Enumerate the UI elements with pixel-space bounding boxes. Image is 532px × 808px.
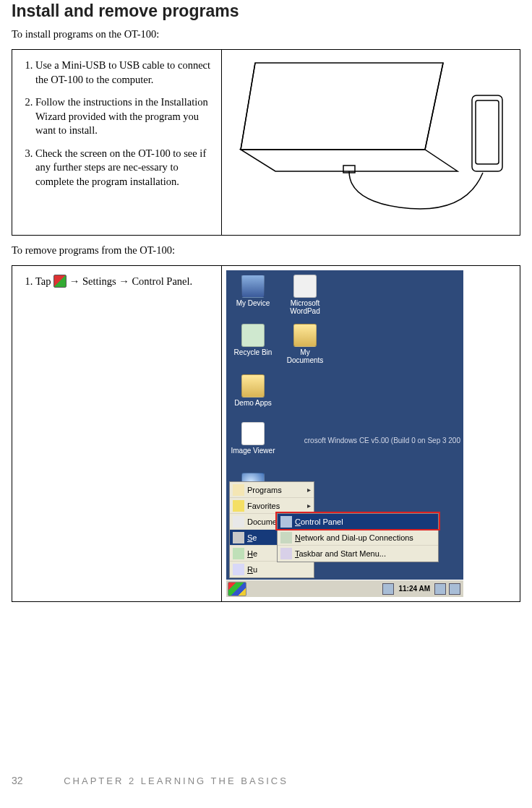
startmenu-run[interactable]: Ru <box>230 562 314 577</box>
system-tray: 11:24 AM <box>382 583 463 595</box>
desktop-icon-label: Recycle Bin <box>231 348 275 356</box>
desktop-icon-label: Microsoft WordPad <box>283 299 327 315</box>
device-icon <box>241 275 265 298</box>
build-text: crosoft Windows CE v5.00 (Build 0 on Sep… <box>304 437 460 444</box>
tray-icon[interactable] <box>449 583 460 595</box>
chevron-right-icon: ▸ <box>307 486 311 494</box>
startmenu-label: Programs <box>247 486 282 494</box>
desktop-icon-wordpad[interactable]: Microsoft WordPad <box>283 275 327 315</box>
help-icon <box>233 548 244 559</box>
svg-rect-4 <box>472 95 502 171</box>
submenu-network[interactable]: Network and Dial-up Connections <box>278 530 438 546</box>
remove-step-prefix: Tap <box>35 275 53 287</box>
startmenu-label: He <box>247 549 257 558</box>
startmenu-programs[interactable]: Programs ▸ <box>230 482 314 498</box>
submenu-label: Taskbar and Start Menu... <box>295 549 386 558</box>
section-heading: Install and remove programs <box>12 1 520 21</box>
folder-icon <box>293 324 317 347</box>
install-step-2: Follow the instructions in the Installat… <box>35 95 213 138</box>
desktop-icon-label: My Documents <box>283 348 327 364</box>
laptop-device-illustration <box>233 56 508 229</box>
startmenu-label: Ru <box>247 565 257 574</box>
desktop-icon-label: Demo Apps <box>231 399 275 407</box>
desktop-icon-my-device[interactable]: My Device <box>231 275 275 307</box>
install-step-1: Use a Mini-USB to USB cable to connect t… <box>35 59 213 87</box>
svg-marker-0 <box>241 63 443 150</box>
remove-intro: To remove programs from the OT-100: <box>12 244 520 257</box>
chevron-right-icon: ▸ <box>307 502 311 510</box>
svg-line-3 <box>425 63 443 150</box>
clock: 11:24 AM <box>397 585 432 593</box>
remove-step-suffix: → Settings → Control Panel. <box>66 275 192 287</box>
settings-icon <box>233 532 244 543</box>
page-number: 32 <box>12 775 23 786</box>
submenu-label: Network and Dial-up Connections <box>295 533 413 542</box>
folder-icon <box>241 374 265 397</box>
wince-desktop: My Device Microsoft WordPad Recycle Bin … <box>226 270 463 597</box>
startmenu-label: Se <box>247 533 257 542</box>
install-steps-panel: Use a Mini-USB to USB cable to connect t… <box>12 50 222 235</box>
start-icon <box>53 275 66 288</box>
submenu-taskbar[interactable]: Taskbar and Start Menu... <box>278 546 438 562</box>
install-step-3: Check the screen on the OT-100 to see if… <box>35 147 213 189</box>
submenu-label: Control Panel <box>295 517 343 526</box>
taskbar: 11:24 AM <box>226 580 463 597</box>
wordpad-icon <box>293 275 317 298</box>
svg-line-2 <box>241 63 255 150</box>
favorites-icon <box>233 500 244 512</box>
remove-block: Tap → Settings → Control Panel. My Devic… <box>12 265 520 602</box>
settings-submenu: Control Panel Network and Dial-up Connec… <box>277 513 439 562</box>
page-footer: 32 CHAPTER 2 LEARNING THE BASICS <box>12 775 288 786</box>
network-icon <box>280 532 292 543</box>
documents-icon <box>233 516 244 528</box>
install-illustration <box>222 50 520 235</box>
remove-steps-panel: Tap → Settings → Control Panel. <box>12 266 222 601</box>
run-icon <box>233 564 244 575</box>
remove-screenshot-panel: My Device Microsoft WordPad Recycle Bin … <box>222 266 520 601</box>
remove-step-1: Tap → Settings → Control Panel. <box>35 275 213 289</box>
desktop-icon-label: Image Viewer <box>231 447 275 455</box>
image-icon <box>241 422 265 445</box>
submenu-control-panel[interactable]: Control Panel <box>278 514 438 530</box>
install-block: Use a Mini-USB to USB cable to connect t… <box>12 49 520 236</box>
desktop-icon-demoapps[interactable]: Demo Apps <box>231 374 275 407</box>
tray-icon[interactable] <box>434 583 446 595</box>
recycle-icon <box>241 324 265 347</box>
svg-rect-5 <box>476 100 499 164</box>
programs-icon <box>233 484 244 496</box>
tray-icon[interactable] <box>382 583 394 595</box>
start-button[interactable] <box>228 582 246 596</box>
chapter-label: CHAPTER 2 LEARNING THE BASICS <box>64 775 288 786</box>
desktop-icon-imageviewer[interactable]: Image Viewer <box>231 422 275 455</box>
startmenu-label: Favorites <box>247 502 280 510</box>
taskbar-icon <box>280 548 292 559</box>
desktop-icon-recycle[interactable]: Recycle Bin <box>231 324 275 356</box>
svg-marker-1 <box>241 150 458 171</box>
control-panel-icon <box>280 516 292 528</box>
desktop-icon-label: My Device <box>231 299 275 307</box>
install-intro: To install programs on the OT-100: <box>12 28 520 40</box>
startmenu-favorites[interactable]: Favorites ▸ <box>230 498 314 514</box>
desktop-icon-mydocs[interactable]: My Documents <box>283 324 327 364</box>
